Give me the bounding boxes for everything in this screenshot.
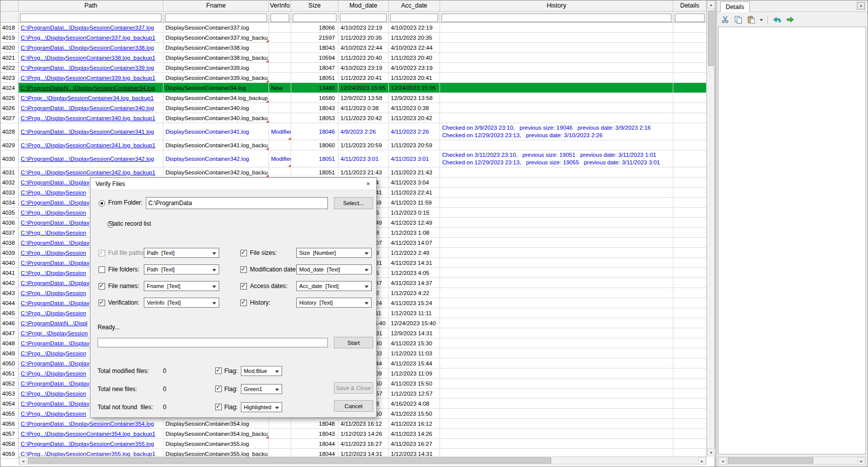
filter-input-path[interactable] — [20, 14, 161, 22]
modification-dates-checkbox[interactable] — [240, 266, 247, 273]
file-folders-dropdown[interactable]: Path [Text] — [144, 264, 219, 274]
column-header-history[interactable]: History — [440, 1, 673, 12]
table-row[interactable]: 4027C:\Prog...\DisplaySessionContainer34… — [1, 113, 707, 123]
path-cell[interactable]: C:\ProgramData\...\DisplaySessionContain… — [19, 123, 163, 140]
access-dates-checkbox[interactable] — [240, 283, 247, 290]
import-icon[interactable] — [771, 14, 783, 25]
table-row[interactable]: 4056C:\ProgramData\...\DisplaySessionCon… — [1, 419, 707, 429]
path-cell[interactable]: C:\Prog...\DisplaySessionContainer340.lo… — [19, 113, 163, 123]
table-row[interactable]: 4026C:\ProgramData\...\DisplaySessionCon… — [1, 103, 707, 113]
table-row[interactable]: 4029C:\Prog...\DisplaySessionContainer34… — [1, 140, 707, 150]
column-header-fname[interactable]: Fname — [163, 1, 269, 12]
paste-icon[interactable] — [745, 14, 757, 25]
filter-input-details[interactable] — [675, 14, 705, 22]
path-cell[interactable]: C:\ProgramData\...\DisplaySessionContain… — [19, 23, 163, 32]
horizontal-scrollbar[interactable]: ◄ ► — [19, 456, 707, 464]
panel-corner-button[interactable]: ▲ — [857, 2, 865, 10]
vertical-scrollbar[interactable]: ▲ ▼ — [707, 1, 715, 456]
save-close-button[interactable]: Save & Close — [334, 382, 373, 394]
table-row[interactable]: 4021C:\Prog...\DisplaySessionContainer33… — [1, 53, 707, 63]
path-cell[interactable]: C:\Prog...\DisplaySessionContainer337.lo… — [19, 33, 163, 42]
history-dropdown[interactable]: History [Text] — [296, 298, 372, 308]
filter-input-acc_date[interactable] — [390, 14, 438, 22]
path-cell[interactable]: C:\ProgramData\...\DisplaySessionContain… — [19, 63, 163, 72]
total-new-files-flag-dropdown[interactable]: Green1 — [241, 384, 282, 394]
file-names-checkbox[interactable] — [99, 283, 105, 290]
column-header-verinfo[interactable]: VerInfo — [269, 1, 291, 12]
path-cell[interactable]: C:\Prog...\DisplaySessionContainer342.lo… — [19, 167, 163, 177]
total-not-found-files-flag-dropdown[interactable]: Highlighted — [241, 402, 282, 412]
details-scroll-thumb[interactable] — [728, 457, 813, 463]
file-names-dropdown[interactable]: Fname [Text] — [144, 281, 219, 291]
table-row[interactable]: 4024C:\ProgramData\N...\DisplaySessionCo… — [1, 83, 707, 93]
access-dates-dropdown[interactable]: Acc_date [Text] — [296, 281, 372, 291]
verification-dropdown[interactable]: VerInfo [Text] — [144, 298, 219, 308]
path-cell[interactable]: C:\ProgramData\...\DisplaySessionContain… — [19, 150, 163, 167]
history-checkbox[interactable] — [240, 300, 247, 306]
table-row[interactable]: 4020C:\ProgramData\...\DisplaySessionCon… — [1, 43, 707, 53]
column-header-size[interactable]: Size — [291, 1, 338, 12]
details-scroll-left-arrow-icon[interactable]: ◄ — [719, 457, 727, 465]
table-row[interactable]: 4019C:\Prog...\DisplaySessionContainer33… — [1, 33, 707, 43]
table-row[interactable]: 4023C:\Prog...\DisplaySessionContainer33… — [1, 73, 707, 83]
from-folder-radio[interactable] — [99, 200, 105, 207]
table-row[interactable]: 4025C:\Progr...\DisplaySessionContainer3… — [1, 93, 707, 103]
full-file-paths-dropdown[interactable]: Path [Text] — [144, 248, 219, 258]
path-cell[interactable]: C:\Prog...\DisplaySessionContainer354.lo… — [19, 429, 163, 438]
scroll-down-arrow-icon[interactable]: ▼ — [707, 448, 715, 456]
filter-input-verinfo[interactable] — [271, 14, 289, 22]
table-row[interactable]: 4030C:\ProgramData\...\DisplaySessionCon… — [1, 150, 707, 167]
folder-path-input[interactable] — [146, 197, 328, 209]
details-horizontal-scrollbar[interactable]: ◄ ► — [718, 456, 866, 464]
column-header-details[interactable]: Details — [673, 1, 707, 12]
table-row[interactable]: 4028C:\ProgramData\...\DisplaySessionCon… — [1, 123, 707, 140]
path-cell[interactable]: C:\ProgramData\...\DisplaySessionContain… — [19, 43, 163, 52]
table-row[interactable]: 4058C:\ProgramData\...\DisplaySessionCon… — [1, 439, 707, 449]
select-folder-button[interactable]: Select... — [334, 197, 373, 209]
path-cell[interactable]: C:\ProgramData\...\DisplaySessionContain… — [19, 419, 163, 428]
tab-details[interactable]: Details — [720, 2, 750, 12]
full-file-paths-checkbox[interactable] — [99, 250, 105, 256]
vertical-scroll-thumb[interactable] — [708, 11, 714, 66]
file-sizes-checkbox[interactable] — [240, 250, 247, 256]
export-icon[interactable] — [784, 14, 796, 25]
close-icon[interactable]: × — [360, 180, 376, 188]
details-content[interactable] — [718, 27, 866, 454]
filter-input-mod_date[interactable] — [340, 14, 387, 22]
cancel-button[interactable]: Cancel — [334, 400, 373, 412]
modification-dates-dropdown[interactable]: Mod_date [Text] — [296, 264, 372, 274]
filter-input-fname[interactable] — [165, 14, 267, 22]
path-cell[interactable]: C:\Prog...\DisplaySessionContainer341.lo… — [19, 140, 163, 150]
verification-checkbox[interactable] — [99, 300, 105, 306]
path-cell[interactable]: C:\Prog...\DisplaySessionContainer339.lo… — [19, 73, 163, 82]
total-modified-files-flag-checkbox[interactable] — [215, 367, 222, 374]
horizontal-scroll-thumb[interactable] — [28, 457, 551, 463]
table-row[interactable]: 4057C:\Prog...\DisplaySessionContainer35… — [1, 429, 707, 439]
scroll-up-arrow-icon[interactable]: ▲ — [707, 1, 715, 9]
scroll-left-arrow-icon[interactable]: ◄ — [19, 457, 27, 465]
column-header-mod_date[interactable]: Mod_date — [338, 1, 389, 12]
total-not-found-files-flag-checkbox[interactable] — [215, 404, 222, 410]
total-new-files-flag-checkbox[interactable] — [215, 386, 222, 392]
filter-input-history[interactable] — [442, 14, 671, 22]
dialog-titlebar[interactable]: Verify Files × — [91, 178, 376, 190]
details-scroll-right-arrow-icon[interactable]: ► — [857, 457, 865, 465]
cut-icon[interactable] — [719, 14, 731, 25]
start-button[interactable]: Start — [334, 337, 373, 348]
copy-icon[interactable] — [732, 14, 744, 25]
file-folders-checkbox[interactable] — [99, 266, 105, 273]
table-row[interactable]: 4022C:\ProgramData\...\DisplaySessionCon… — [1, 63, 707, 73]
table-row[interactable]: 4031C:\Prog...\DisplaySessionContainer34… — [1, 167, 707, 177]
total-modified-files-flag-dropdown[interactable]: Mod.Blue — [241, 366, 282, 376]
scroll-right-arrow-icon[interactable]: ► — [698, 457, 706, 465]
path-cell[interactable]: C:\Progr...\DisplaySessionContainer34.lo… — [19, 93, 163, 103]
path-cell[interactable]: C:\ProgramData\...\DisplaySessionContain… — [19, 439, 163, 448]
path-cell[interactable]: C:\Prog...\DisplaySessionContainer338.lo… — [19, 53, 163, 62]
file-sizes-dropdown[interactable]: Size [Number] — [296, 248, 372, 258]
table-row[interactable]: 4018C:\ProgramData\...\DisplaySessionCon… — [1, 23, 707, 33]
path-cell[interactable]: C:\ProgramData\...\DisplaySessionContain… — [19, 103, 163, 113]
column-header-acc_date[interactable]: Acc_date — [389, 1, 440, 12]
column-header-path[interactable]: Path — [19, 1, 163, 12]
paste-dropdown-icon[interactable] — [758, 14, 764, 25]
path-cell[interactable]: C:\ProgramData\N...\DisplaySessionContai… — [19, 83, 163, 92]
